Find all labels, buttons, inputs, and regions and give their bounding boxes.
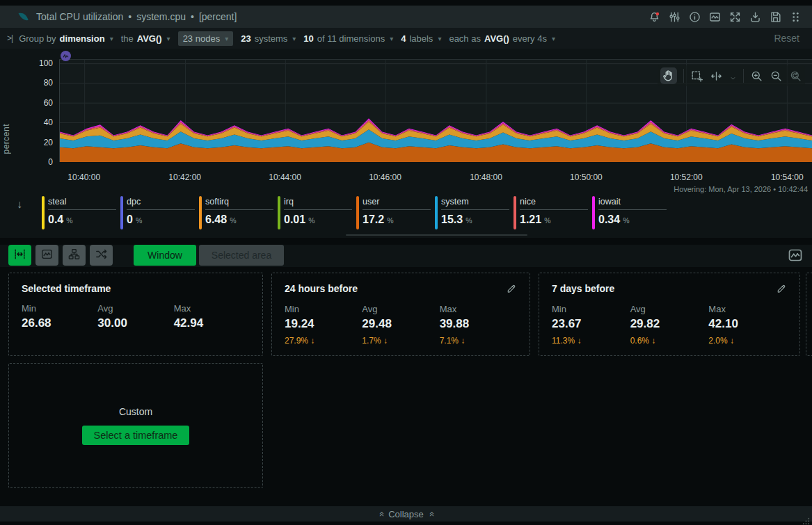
legend-item-iowait[interactable]: iowait0.34% — [592, 196, 671, 229]
stat-label: Min — [22, 303, 97, 314]
x-axis-label: 10:54:00 — [771, 172, 804, 182]
download-icon[interactable] — [749, 10, 762, 24]
stat-avg: Avg30.00 — [97, 303, 173, 330]
stat-label: Max — [174, 303, 250, 314]
chart-toolbar — [658, 65, 805, 86]
y-axis-label: 100 — [17, 58, 53, 69]
labels-dropdown[interactable]: 4 labels — [401, 33, 441, 44]
dimension-name: iowait — [598, 197, 667, 210]
legend-item-user[interactable]: user17.2% — [356, 196, 435, 229]
compare-shuffle-button[interactable] — [90, 245, 113, 266]
title-bar-actions — [648, 10, 805, 24]
toolbar-divider — [743, 69, 744, 83]
dimension-name: system — [441, 197, 509, 210]
pan-icon[interactable] — [660, 67, 677, 84]
window-button[interactable]: Window — [134, 245, 196, 266]
x-axis-label: 10:46:00 — [369, 172, 401, 182]
chart-legend: ↓ steal0.4%dpc0%softirq6.48%irq0.01%user… — [0, 195, 812, 238]
stat-min: Min26.68 — [22, 303, 97, 330]
dimension-value: 15.3% — [441, 213, 509, 226]
netdata-chart-window: Total CPU utilization • system.cpu • [pe… — [0, 0, 812, 525]
dimension-name: irq — [284, 197, 352, 210]
stat-panel-partial — [806, 273, 812, 356]
stat-label: Avg — [362, 304, 439, 314]
dimension-value: 0.34% — [598, 213, 667, 226]
legend-item-dpc[interactable]: dpc0% — [120, 196, 199, 229]
each-as-dropdown[interactable]: each as AVG() every 4s — [449, 33, 555, 44]
hierarchy-view-icon — [67, 248, 81, 263]
title-bar: Total CPU utilization • system.cpu • [pe… — [0, 6, 812, 28]
stat-value: 30.00 — [97, 316, 173, 330]
stat-panel-24-hours-before: 24 hours beforeMin19.2427.9% ↓Avg29.481.… — [271, 273, 530, 356]
panel-title: 24 hours before — [285, 283, 358, 294]
legend-scrollbar[interactable] — [346, 234, 527, 236]
dimension-unit: % — [623, 216, 629, 225]
dimension-unit: % — [544, 216, 550, 225]
resize-grip-icon[interactable] — [802, 515, 810, 523]
alarm-bell-icon[interactable] — [648, 10, 661, 24]
hierarchy-view-button[interactable] — [63, 245, 86, 266]
dimension-value: 17.2% — [363, 213, 431, 226]
systems-dropdown[interactable]: 23 systems — [241, 33, 296, 44]
select-timeframe-button[interactable]: Select a timeframe — [82, 426, 190, 445]
dimension-color-bar — [278, 196, 280, 229]
chevron-up-icon — [426, 511, 436, 516]
legend-item-softirq[interactable]: softirq6.48% — [199, 196, 278, 229]
reset-button[interactable]: Reset — [774, 33, 805, 44]
legend-item-steal[interactable]: steal0.4% — [42, 196, 120, 229]
chart-plot-area[interactable] — [59, 59, 812, 162]
information-icon[interactable] — [688, 10, 701, 24]
custom-timeframe-panel: Custom Select a timeframe — [8, 363, 263, 488]
edit-pencil-icon[interactable] — [775, 283, 787, 295]
selected-area-button[interactable]: Selected area — [199, 245, 284, 266]
page-title: Total CPU utilization — [36, 11, 123, 22]
fullscreen-icon[interactable] — [729, 10, 742, 24]
collapse-sidebar-icon[interactable]: >| — [7, 33, 13, 43]
save-snapshot-icon[interactable] — [769, 10, 782, 24]
chevron-down-icon[interactable] — [729, 72, 737, 80]
chart-preview-icon[interactable] — [787, 247, 804, 264]
more-grid-icon[interactable] — [789, 10, 802, 24]
nodes-dropdown[interactable]: 23 nodes — [178, 31, 234, 46]
y-axis-label: 20 — [17, 137, 53, 148]
chart-preview-button[interactable] — [35, 245, 58, 266]
stat-max: Max42.94 — [174, 303, 250, 330]
dimension-value: 0% — [127, 213, 195, 226]
x-axis-label: 10:50:00 — [570, 172, 603, 182]
reset-zoom-icon[interactable] — [789, 70, 802, 83]
stat-value: 42.10 — [708, 317, 787, 331]
stat-max: Max42.102.0% ↓ — [708, 304, 787, 346]
legend-item-system[interactable]: system15.3% — [435, 196, 514, 229]
comparison-panels: Selected timeframeMin26.68Avg30.00Max42.… — [0, 273, 812, 356]
legend-item-irq[interactable]: irq0.01% — [278, 196, 356, 229]
stat-max: Max39.887.1% ↓ — [440, 304, 517, 346]
stat-min: Min23.6711.3% ↓ — [552, 304, 630, 346]
stat-value: 19.24 — [285, 317, 362, 331]
events-feed-icon[interactable] — [708, 10, 722, 24]
dimension-unit: % — [136, 216, 142, 225]
group-by-dropdown[interactable]: Group by dimension — [19, 33, 113, 44]
select-area-icon[interactable] — [690, 70, 703, 83]
dimension-color-bar — [199, 196, 202, 229]
dimensions-dropdown[interactable]: 10 of 11 dimensions — [303, 33, 393, 44]
legend-sort-icon[interactable]: ↓ — [17, 198, 22, 211]
aggregation-dropdown[interactable]: the AVG() — [121, 33, 170, 44]
x-axis-label: 10:52:00 — [670, 172, 703, 182]
dimension-value: 0.01% — [284, 213, 352, 226]
title-separator: • — [128, 11, 132, 22]
stat-avg: Avg29.820.6% ↓ — [630, 304, 709, 346]
edit-pencil-icon[interactable] — [505, 283, 517, 295]
filter-controls-icon[interactable] — [668, 10, 681, 24]
dimension-color-bar — [120, 196, 123, 229]
stat-label: Avg — [630, 304, 709, 314]
zoom-out-icon[interactable] — [770, 70, 783, 83]
stat-label: Max — [440, 304, 517, 314]
legend-item-nice[interactable]: nice1.21% — [514, 196, 592, 229]
dimension-color-bar — [592, 196, 595, 229]
zoom-in-icon[interactable] — [750, 70, 763, 83]
collapse-bar[interactable]: Collapse — [0, 506, 812, 522]
anomaly-rate-icon[interactable] — [61, 51, 71, 61]
select-horizontal-icon[interactable] — [710, 70, 723, 83]
select-timeframe-width-button[interactable] — [8, 245, 31, 266]
x-axis-label: 10:48:00 — [470, 172, 502, 182]
